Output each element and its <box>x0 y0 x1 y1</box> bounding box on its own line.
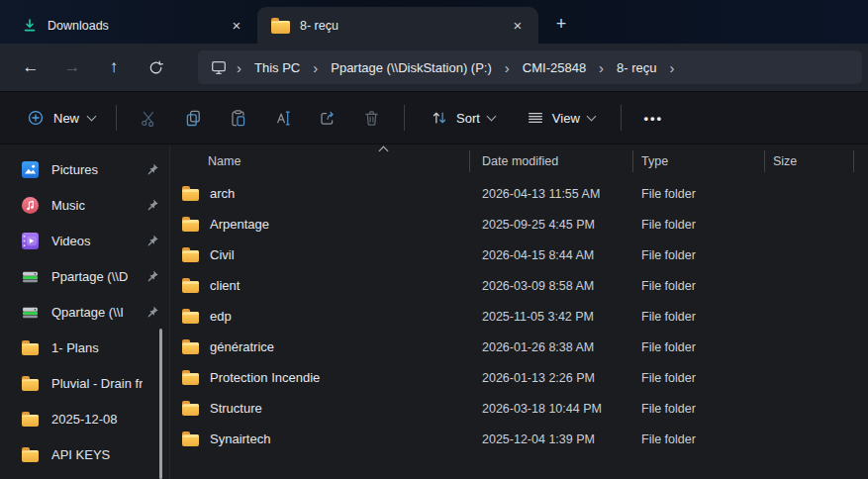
breadcrumb-8-recu[interactable]: 8- reçu <box>609 57 664 78</box>
forward-button[interactable]: → <box>55 50 89 84</box>
paste-icon <box>229 109 247 128</box>
folder-icon <box>271 21 290 34</box>
sidebar-item-videos[interactable]: Videos <box>4 224 159 257</box>
folder-icon <box>22 379 39 391</box>
breadcrumb-separator-icon: › <box>502 60 513 75</box>
close-tab-icon[interactable]: × <box>507 15 529 37</box>
chevron-down-icon <box>586 111 596 121</box>
pin-icon <box>145 234 159 247</box>
pictures-icon <box>22 161 39 178</box>
toolbar-divider <box>116 105 117 131</box>
rename-icon <box>273 109 292 128</box>
pin-icon <box>145 162 159 176</box>
file-row-structure[interactable]: Structure 2026-03-18 10:44 PM File folde… <box>170 393 868 424</box>
file-list-pane: Name Date modified Type Size arch 2026-0… <box>170 144 868 479</box>
plus-circle-icon <box>27 109 45 127</box>
sidebar-item-music[interactable]: Music <box>4 188 159 222</box>
view-lines-icon <box>527 109 544 127</box>
sort-arrows-icon <box>431 109 448 127</box>
tab-downloads[interactable]: Downloads × <box>8 7 257 44</box>
column-header-date-modified[interactable]: Date modified <box>470 150 633 172</box>
videos-icon <box>22 233 39 249</box>
folder-icon <box>182 373 199 385</box>
see-more-button[interactable]: ••• <box>631 99 676 137</box>
breadcrumb-separator-icon: › <box>310 60 321 75</box>
tab-bar: Downloads × 8- reçu × + <box>0 0 868 44</box>
sidebar-item-api-keys[interactable]: API KEYS <box>4 437 159 471</box>
sidebar-item-ppartage[interactable]: Ppartage (\\D <box>4 259 159 293</box>
folder-icon <box>182 189 199 201</box>
sort-button-label: Sort <box>456 111 480 126</box>
cut-button[interactable] <box>127 99 171 137</box>
tab-8-recu[interactable]: 8- reçu × <box>257 7 538 44</box>
music-icon <box>22 197 39 214</box>
new-button[interactable]: New <box>16 101 106 135</box>
column-header-size[interactable]: Size <box>765 150 854 172</box>
refresh-button[interactable] <box>139 50 172 84</box>
address-bar-row: ← → ↑ › This PC › Ppartage (\\DiskStatio… <box>0 44 868 91</box>
copy-button[interactable] <box>171 99 216 137</box>
tab-label: 8- reçu <box>300 19 338 33</box>
column-header-type[interactable]: Type <box>633 150 765 172</box>
copy-icon <box>184 109 203 128</box>
paste-button[interactable] <box>216 99 260 137</box>
sort-button[interactable]: Sort <box>421 101 505 135</box>
delete-button[interactable] <box>349 99 394 137</box>
column-header-name[interactable]: Name <box>170 150 470 172</box>
toolbar-divider <box>404 105 405 131</box>
folder-icon <box>182 342 199 354</box>
folder-icon <box>182 281 199 293</box>
folder-icon <box>22 343 39 355</box>
folder-icon <box>22 415 39 427</box>
breadcrumb-ppartage[interactable]: Ppartage (\\DiskStation) (P:) <box>323 57 500 78</box>
file-row-protection-incendie[interactable]: Protection Incendie 2026-01-13 2:26 PM F… <box>170 362 868 393</box>
file-row-generatrice[interactable]: génératrice 2026-01-26 8:38 AM File fold… <box>170 332 868 362</box>
toolbar-divider <box>621 105 622 131</box>
sidebar-item-2025-12-08[interactable]: 2025-12-08 <box>4 402 159 435</box>
file-explorer-window: Downloads × 8- reçu × + ← → ↑ <box>0 0 868 479</box>
file-row-arch[interactable]: arch 2026-04-13 11:55 AM File folder <box>170 178 868 209</box>
tab-label: Downloads <box>48 19 109 33</box>
folder-icon <box>182 250 199 262</box>
breadcrumb-separator-icon: › <box>596 60 607 75</box>
sidebar-item-pluvial-drain[interactable]: Pluvial - Drain fr <box>4 366 159 400</box>
command-toolbar: New <box>0 91 868 144</box>
file-row-civil[interactable]: Civil 2026-04-15 8:44 AM File folder <box>170 240 868 270</box>
share-icon <box>318 109 337 128</box>
chevron-down-icon <box>486 111 496 121</box>
new-tab-button[interactable]: + <box>546 9 576 39</box>
view-button-label: View <box>552 111 580 126</box>
sidebar-scrollbar[interactable] <box>159 329 162 479</box>
up-button[interactable]: ↑ <box>97 50 131 84</box>
file-row-edp[interactable]: edp 2025-11-05 3:42 PM File folder <box>170 301 868 332</box>
share-button[interactable] <box>305 99 349 137</box>
cut-icon <box>140 109 158 128</box>
close-tab-icon[interactable]: × <box>226 15 247 37</box>
breadcrumb-cmi-25848[interactable]: CMI-25848 <box>515 57 594 78</box>
pin-icon <box>145 269 159 283</box>
pin-icon <box>145 198 159 212</box>
new-button-label: New <box>53 111 79 126</box>
rename-button[interactable] <box>260 99 305 137</box>
network-drive-icon <box>22 304 39 321</box>
downloads-icon <box>22 18 38 34</box>
file-row-client[interactable]: client 2026-03-09 8:58 AM File folder <box>170 270 868 301</box>
ellipsis-icon: ••• <box>643 111 663 126</box>
this-pc-monitor-icon <box>210 58 228 76</box>
folder-icon <box>182 404 199 416</box>
folder-icon <box>182 220 199 232</box>
sidebar-item-1-plans[interactable]: 1- Plans <box>4 331 159 364</box>
chevron-down-icon <box>87 111 97 121</box>
file-row-arpentage[interactable]: Arpentage 2025-09-25 4:45 PM File folder <box>170 209 868 240</box>
breadcrumb-this-pc[interactable]: This PC <box>246 57 308 78</box>
sidebar-item-pictures[interactable]: Pictures <box>4 152 159 186</box>
view-button[interactable]: View <box>517 101 605 135</box>
sidebar-item-qpartage[interactable]: Qpartage (\\I <box>4 295 159 329</box>
delete-icon <box>362 109 381 128</box>
breadcrumb-separator-icon: › <box>667 60 678 75</box>
back-button[interactable]: ← <box>14 50 48 84</box>
address-bar[interactable]: › This PC › Ppartage (\\DiskStation) (P:… <box>198 50 862 84</box>
pin-icon <box>145 305 159 319</box>
folder-icon <box>182 434 199 446</box>
file-row-synairtech[interactable]: Synairtech 2025-12-04 1:39 PM File folde… <box>170 424 868 454</box>
